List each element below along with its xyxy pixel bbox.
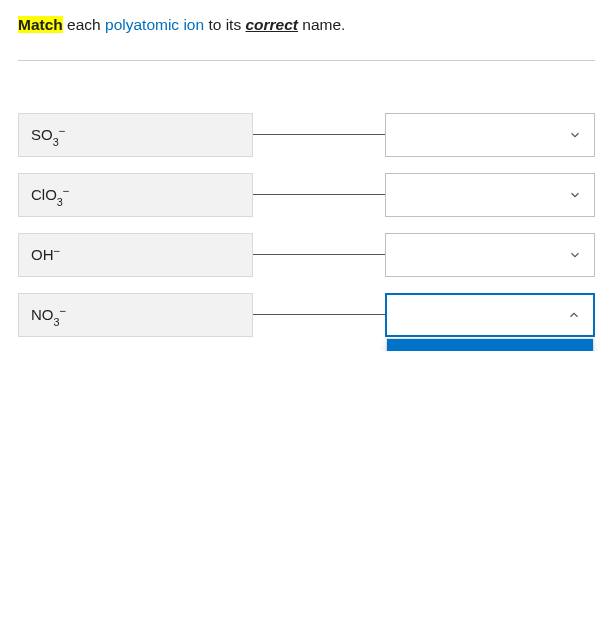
question-prompt: Match each polyatomic ion to its correct… — [18, 14, 595, 36]
ion-text: SO3− — [31, 123, 66, 146]
divider — [18, 60, 595, 61]
ion-label-no3: NO3− — [18, 293, 253, 337]
match-row: NO3− sulfite nitrate sulfate hydroxide c… — [18, 293, 595, 337]
connector-line — [253, 134, 385, 135]
prompt-toits: to its — [204, 16, 245, 33]
ion-text: NO3− — [31, 303, 66, 326]
ion-text: ClO3− — [31, 183, 70, 206]
chevron-down-icon — [568, 128, 582, 142]
ion-label-clo3: ClO3− — [18, 173, 253, 217]
name-select-no3[interactable]: sulfite nitrate sulfate hydroxide chlori… — [385, 293, 595, 337]
dropdown-list: sulfite nitrate sulfate hydroxide chlori… — [387, 339, 593, 351]
ion-label-oh: OH− — [18, 233, 253, 277]
ion-text: OH− — [31, 243, 60, 266]
match-row: ClO3− — [18, 173, 595, 217]
prompt-highlight-match: Match — [18, 16, 63, 33]
prompt-link-polyatomic[interactable]: polyatomic ion — [105, 16, 204, 33]
chevron-down-icon — [568, 188, 582, 202]
prompt-correct: correct — [245, 16, 298, 33]
match-row: OH− — [18, 233, 595, 277]
match-row: SO3− — [18, 113, 595, 157]
ion-label-so3: SO3− — [18, 113, 253, 157]
name-select-clo3[interactable] — [385, 173, 595, 217]
prompt-name: name. — [298, 16, 345, 33]
connector-line — [253, 194, 385, 195]
name-select-oh[interactable] — [385, 233, 595, 277]
name-select-so3[interactable] — [385, 113, 595, 157]
connector-line — [253, 254, 385, 255]
chevron-up-icon — [567, 308, 581, 322]
chevron-down-icon — [568, 248, 582, 262]
prompt-each: each — [63, 16, 105, 33]
dropdown-option-sulfite[interactable]: sulfite — [387, 339, 593, 351]
matching-rows: SO3− ClO3− OH− — [18, 113, 595, 337]
connector-line — [253, 314, 385, 315]
